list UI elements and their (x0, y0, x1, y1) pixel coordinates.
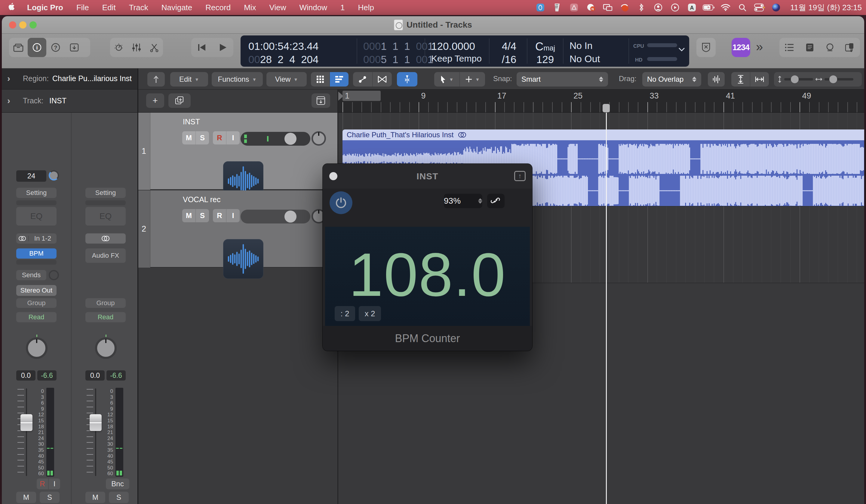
input-source-icon[interactable]: A (687, 3, 696, 12)
screen-time-icon[interactable] (536, 3, 545, 12)
gain-knob[interactable] (49, 170, 59, 181)
measure-app-icon[interactable] (569, 3, 579, 12)
window-title-bar[interactable]: Untitled - Tracks (2, 16, 864, 34)
group-slot[interactable]: Group (16, 298, 56, 308)
volume-value[interactable]: 0.0 (85, 370, 104, 380)
region-disclosure-icon[interactable]: › (7, 73, 10, 83)
stereo-format-button[interactable] (85, 233, 126, 244)
menu-item-window[interactable]: Window (292, 3, 333, 12)
crossfade-button[interactable] (373, 72, 392, 87)
region-inspector-header[interactable]: › Region: Charlie Pu...ilarious Inst (2, 68, 138, 90)
bar-ruler[interactable]: 191725334149 (338, 90, 864, 113)
dismiss-button[interactable] (696, 38, 715, 57)
track-header-inst[interactable]: 1 INST M S R I (138, 113, 338, 190)
fader-track[interactable] (95, 388, 96, 476)
lcd-input[interactable]: No In (569, 40, 592, 51)
lcd-locator-1[interactable]: 0001 1 1 001 (363, 40, 434, 52)
record-enable-button[interactable]: R (37, 479, 48, 489)
peak-value[interactable]: -6.6 (107, 370, 126, 380)
apple-menu-icon[interactable] (0, 2, 21, 13)
menu-item-1[interactable]: 1 (334, 3, 351, 12)
menu-item-logic-pro[interactable]: Logic Pro (21, 3, 70, 12)
menu-item-file[interactable]: File (70, 3, 96, 12)
track-volume-slider[interactable] (241, 210, 310, 224)
setting-button[interactable]: Setting (85, 188, 126, 198)
audio-fx-empty-slot[interactable] (16, 260, 56, 265)
track-record-button[interactable]: R (213, 209, 226, 222)
snap-select[interactable]: Smart (517, 72, 608, 87)
go-to-beginning-icon[interactable] (191, 38, 212, 57)
lcd-display[interactable]: 01:00:54:23.44 0028 2 4 204 0001 1 1 001… (241, 35, 689, 67)
lcd-tempo[interactable]: 120.0000 (431, 40, 475, 52)
browser-app-icon[interactable] (620, 3, 629, 12)
note-pads-icon[interactable] (800, 38, 820, 57)
sends-button[interactable]: Sends (16, 270, 46, 280)
fader-track[interactable] (26, 388, 27, 476)
input-monitor-button[interactable]: I (49, 479, 60, 489)
list-editors-icon[interactable] (779, 38, 800, 57)
track-inspector-header[interactable]: › Track: INST (2, 90, 138, 113)
lcd-smpte[interactable]: 01:00:54:23.44 (248, 40, 319, 52)
vertical-zoom-slider[interactable] (784, 78, 813, 80)
tuner-icon[interactable] (110, 38, 128, 57)
scissors-icon[interactable] (145, 38, 163, 57)
lcd-key-row2[interactable]: 129 (531, 54, 559, 66)
drag-select[interactable]: No Overlap (642, 72, 701, 87)
lcd-chevron-down-icon[interactable] (678, 47, 685, 53)
pan-knob[interactable] (26, 337, 47, 359)
stereo-input-icon[interactable] (16, 236, 29, 241)
inspector-toggle-icon[interactable]: i (27, 38, 46, 57)
menu-item-edit[interactable]: Edit (96, 3, 122, 12)
mute-button[interactable]: M (85, 492, 105, 503)
eq-slot[interactable]: EQ (16, 207, 56, 226)
plugin-scale-select[interactable]: 93% (444, 194, 482, 208)
bpm-counter-window[interactable]: INST ↑ 93% 108.0 : 2 x 2 BPM Counter (323, 164, 532, 351)
menu-clock[interactable]: 11월 19일 (화) 23:15 (790, 2, 862, 13)
audio-fx-slot[interactable]: Audio FX (85, 249, 126, 263)
apple-loops-icon[interactable] (820, 38, 840, 57)
lcd-division[interactable]: /16 (496, 54, 523, 66)
quick-help-icon[interactable]: ? (46, 38, 65, 57)
volume-value[interactable]: 0.0 (16, 370, 35, 380)
solo-button[interactable]: S (40, 492, 59, 503)
account-icon[interactable] (654, 3, 663, 12)
horizontal-auto-zoom-button[interactable] (750, 72, 769, 87)
count-in-button[interactable]: 1234 (732, 38, 750, 57)
siri-icon[interactable] (771, 3, 781, 12)
notes-icon[interactable] (553, 3, 562, 12)
lcd-key[interactable]: Cmaj (531, 40, 559, 53)
bpm-plugin-slot[interactable]: BPM (16, 249, 56, 259)
gain-value[interactable]: 24 (16, 170, 46, 182)
menu-item-help[interactable]: Help (351, 3, 380, 12)
catch-up-arrow-button[interactable] (147, 72, 165, 87)
rows-view-button[interactable] (330, 72, 348, 87)
track-input-monitor-button[interactable]: I (226, 131, 240, 145)
bounce-button[interactable]: Bnc (106, 479, 129, 489)
horizontal-zoom-slider[interactable] (824, 78, 853, 80)
output-slot[interactable]: Stereo Out (16, 285, 56, 296)
track-solo-button[interactable]: S (196, 209, 209, 222)
waveform-zoom-button[interactable] (708, 72, 725, 87)
track-name[interactable]: INST (183, 117, 200, 126)
inspector-divider[interactable] (137, 68, 138, 504)
track-mute-button[interactable]: M (182, 209, 196, 222)
midi-fx-slot[interactable] (16, 201, 56, 205)
menu-item-track[interactable]: Track (122, 3, 155, 12)
secondary-tool-button[interactable]: ▼ (460, 72, 485, 87)
pan-knob[interactable] (95, 337, 117, 359)
functions-menu-button[interactable]: Functions▼ (212, 72, 263, 87)
midi-fx-slot[interactable] (85, 201, 126, 205)
automation-button[interactable] (353, 72, 372, 87)
menu-item-record[interactable]: Record (199, 3, 237, 12)
solo-button[interactable]: S (109, 492, 129, 503)
mute-button[interactable]: M (16, 492, 36, 503)
fader-cap[interactable] (90, 414, 102, 431)
menu-item-navigate[interactable]: Navigate (155, 3, 199, 12)
vertical-auto-zoom-button[interactable] (731, 72, 750, 87)
grid-view-button[interactable] (311, 72, 330, 87)
track-pan-knob[interactable] (311, 131, 326, 146)
plugin-close-button[interactable] (329, 172, 337, 180)
region-header[interactable]: Charlie Puth_That's Hilarious Inst (343, 129, 864, 140)
send-knob[interactable] (49, 270, 59, 280)
spotlight-icon[interactable] (738, 3, 747, 12)
